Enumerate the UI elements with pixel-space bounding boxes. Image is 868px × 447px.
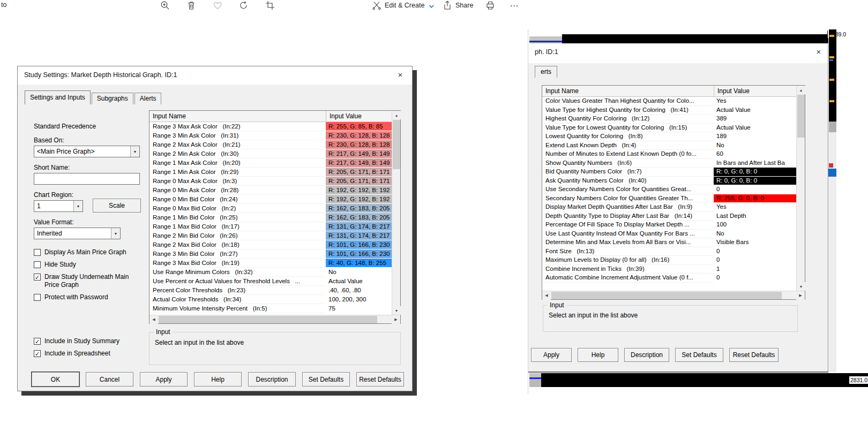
zoom-in-icon[interactable] — [160, 1, 170, 10]
table-row[interactable]: Extend Last Known Depth (In:4) No — [542, 141, 796, 150]
crop-icon[interactable] — [265, 1, 275, 10]
delete-icon[interactable] — [186, 1, 196, 10]
based-on-select[interactable]: <Main Price Graph> ▼ — [34, 146, 140, 157]
checkbox[interactable] — [34, 261, 41, 268]
checkbox[interactable]: ✓ — [34, 350, 41, 357]
tab-subgraphs[interactable]: Subgraphs — [92, 93, 133, 104]
favorite-icon[interactable] — [213, 1, 222, 10]
table-row[interactable]: Number of Minutes to Extend Last Known D… — [542, 150, 796, 159]
see-more-button[interactable]: … — [510, 0, 519, 9]
horizontal-scrollbar[interactable]: ◀ ▶ — [542, 291, 805, 299]
table-row[interactable]: Percentage Of Fill Space To Display Mark… — [542, 221, 796, 230]
table-row[interactable]: Value Type for Highest Quantity for Colo… — [542, 106, 796, 115]
checkbox[interactable]: ✓ — [34, 274, 41, 281]
close-icon[interactable]: × — [811, 47, 826, 57]
apply-button[interactable]: Apply — [531, 348, 572, 362]
table-row[interactable]: Color Values Greater Than Highest Quanti… — [542, 97, 796, 106]
table-row[interactable]: Range 2 Max Bid Color (In:18) R: 101, G:… — [149, 240, 392, 249]
table-row[interactable]: Range 2 Min Ask Color (In:30) R: 217, G:… — [149, 149, 392, 158]
tab-alerts-fragment[interactable]: erts — [535, 66, 557, 78]
table-row[interactable]: Range 2 Min Bid Color (In:26) R: 131, G:… — [149, 231, 392, 240]
table-row[interactable]: Use Range Minimum Colors (In:32) No — [149, 268, 392, 277]
dropdown-arrow-icon[interactable]: ▼ — [130, 146, 139, 157]
checkbox-row[interactable]: ✓ Draw Study Underneath Main Price Graph — [34, 273, 141, 289]
table-row[interactable]: Actual Color Thresholds (In:34) 100, 200… — [149, 295, 392, 304]
table-row[interactable]: Secondary Numbers Color for Quantities G… — [542, 194, 796, 203]
checkbox-row[interactable]: ✓ Include in Study Summary — [34, 337, 141, 345]
scroll-left-icon[interactable]: ◀ — [149, 315, 158, 324]
vertical-scrollbar[interactable]: ▲ ▼ — [796, 86, 805, 291]
table-row[interactable]: Range 1 Min Ask Color (In:29) R: 205, G:… — [149, 168, 392, 177]
description-button[interactable]: Description — [248, 372, 296, 387]
table-row[interactable]: Range 3 Min Ask Color (In:31) R: 230, G:… — [149, 131, 392, 140]
table-row[interactable]: Bid Quantity Numbers Color (In:7) R: 0, … — [542, 168, 796, 177]
reset-defaults-button[interactable]: Reset Defaults — [356, 372, 404, 387]
short-name-input[interactable] — [34, 173, 140, 185]
checkbox-row[interactable]: Protect with Password — [34, 293, 141, 301]
share-label[interactable]: Share — [455, 2, 473, 9]
table-row[interactable]: Ask Quantity Numbers Color (In:40) R: 0,… — [542, 177, 796, 186]
chart-region-select[interactable]: 1 ▼ — [34, 200, 83, 212]
value-format-select[interactable]: Inherited ▼ — [34, 228, 121, 239]
column-header-input-value[interactable]: Input Value — [326, 111, 392, 122]
checkbox[interactable] — [34, 249, 41, 256]
edit-create-icon[interactable] — [372, 1, 381, 10]
checkbox-row[interactable]: ✓ Include in Spreadsheet — [34, 350, 141, 358]
checkbox[interactable] — [34, 294, 41, 301]
column-header-input-name[interactable]: Input Name — [149, 111, 326, 122]
cancel-button[interactable]: Cancel — [86, 372, 133, 387]
table-row[interactable]: Range 0 Min Bid Color (In:24) R: 192, G:… — [149, 195, 392, 204]
column-header-input-name[interactable]: Input Name — [542, 86, 714, 96]
table-row[interactable]: Lowest Quantity for Coloring (In:8) 189 — [542, 132, 796, 141]
table-row[interactable]: Font Size (In:13) 0 — [542, 247, 796, 256]
table-row[interactable]: Range 0 Max Ask Color (In:3) R: 205, G: … — [149, 177, 392, 186]
table-row[interactable]: Range 0 Min Ask Color (In:28) R: 192, G:… — [149, 186, 392, 195]
tab-alerts[interactable]: Alerts — [134, 93, 162, 104]
table-row[interactable]: Range 1 Max Ask Color (In:20) R: 217, G:… — [149, 158, 392, 168]
description-button[interactable]: Description — [624, 348, 669, 362]
table-row[interactable]: Use Last Quantity Instead Of Max Quantit… — [542, 230, 796, 239]
horizontal-scrollbar[interactable]: ◀ ▶ — [149, 315, 400, 323]
rotate-icon[interactable] — [239, 1, 249, 10]
table-row[interactable]: Range 1 Max Bid Color (In:17) R: 131, G:… — [149, 222, 392, 231]
table-row[interactable]: Determine Min and Max Levels from All Ba… — [542, 238, 796, 247]
vertical-scrollbar[interactable]: ▲ ▼ — [392, 111, 400, 315]
help-button[interactable]: Help — [194, 372, 242, 387]
checkbox-row[interactable]: Hide Study — [34, 261, 141, 269]
scroll-right-icon[interactable]: ▶ — [796, 291, 805, 300]
table-row[interactable]: Range 0 Max Bid Color (In:2) R: 162, G: … — [149, 204, 392, 213]
scroll-right-icon[interactable]: ▶ — [392, 315, 400, 324]
close-icon[interactable]: × — [393, 70, 408, 80]
table-row[interactable]: Use Percent or Actual Values for Thresho… — [149, 277, 392, 286]
table-row[interactable]: Range 3 Max Bid Color (In:19) R: 40, G: … — [149, 259, 392, 268]
scrollbar-thumb[interactable] — [159, 316, 377, 323]
table-row[interactable]: Use Secondary Numbers Color for Quantiti… — [542, 185, 796, 194]
table-row[interactable]: Range 3 Min Bid Color (In:27) R: 101, G:… — [149, 249, 392, 259]
table-row[interactable]: Combine Increment in Ticks (In:39) 1 — [542, 265, 796, 274]
table-row[interactable]: Range 2 Max Ask Color (In:21) R: 230, G:… — [149, 140, 392, 149]
scale-button[interactable]: Scale — [93, 199, 141, 213]
edit-create-label[interactable]: Edit & Create — [385, 2, 424, 9]
table-row[interactable]: Maximum Levels to Display (0 for all) (I… — [542, 256, 796, 265]
scrollbar-thumb[interactable] — [797, 95, 805, 138]
scroll-up-icon[interactable]: ▲ — [797, 86, 805, 94]
table-row[interactable]: Minimum Volume Intensity Percent (In:5) … — [149, 304, 392, 313]
table-row[interactable]: Display Market Depth Quantities After La… — [542, 203, 796, 212]
tab-settings-and-inputs[interactable]: Settings and Inputs — [25, 90, 91, 104]
print-icon[interactable] — [485, 1, 495, 10]
checkbox-row[interactable]: Display As Main Price Graph — [34, 248, 141, 256]
table-row[interactable]: Range 1 Min Bid Color (In:25) R: 162, G:… — [149, 213, 392, 222]
table-row[interactable]: Value Type for Lowest Quantity for Color… — [542, 124, 796, 133]
scroll-down-icon[interactable]: ▼ — [392, 306, 401, 315]
table-row[interactable]: Show Quantity Numbers (In:6) In Bars and… — [542, 159, 796, 168]
table-row[interactable]: Percent Color Thresholds (In:23) .40, .6… — [149, 286, 392, 295]
table-row[interactable]: Depth Quantity Type to Display After Las… — [542, 212, 796, 221]
share-icon[interactable] — [443, 1, 452, 10]
reset-defaults-button[interactable]: Reset Defaults — [729, 348, 779, 362]
apply-button[interactable]: Apply — [140, 372, 188, 387]
scroll-up-icon[interactable]: ▲ — [392, 111, 401, 119]
scrollbar-thumb[interactable] — [393, 120, 400, 169]
help-button[interactable]: Help — [578, 348, 618, 362]
set-defaults-button[interactable]: Set Defaults — [675, 348, 723, 362]
column-header-input-value[interactable]: Input Value — [714, 86, 796, 96]
